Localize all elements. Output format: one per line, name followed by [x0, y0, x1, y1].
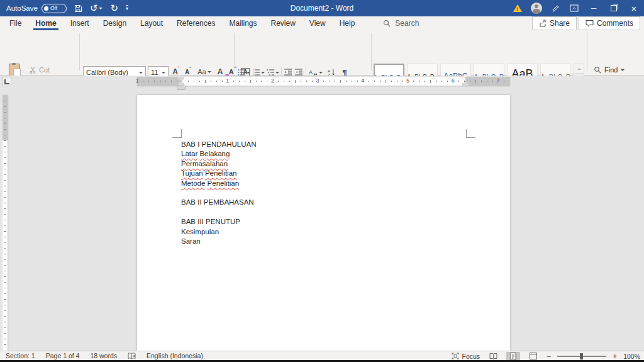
print-layout-button[interactable]	[506, 352, 520, 361]
tab-insert[interactable]: Insert	[64, 16, 96, 30]
search-label: Search	[395, 19, 419, 28]
zoom-out-button[interactable]: −	[547, 352, 551, 361]
comments-button[interactable]: Comments	[579, 16, 640, 30]
ruler-number: 7	[496, 77, 499, 84]
customize-quick-access-icon[interactable]: ▾	[126, 5, 128, 11]
document-line: BAB II PEMBAHASAN	[181, 198, 470, 207]
minimize-button[interactable]: ─	[584, 0, 604, 16]
ruler-number: 2	[271, 77, 274, 84]
svg-text:A: A	[309, 69, 313, 76]
autosave-toggle[interactable]: AutoSave Off	[6, 4, 67, 13]
tab-design[interactable]: Design	[96, 16, 133, 30]
web-layout-icon	[530, 353, 537, 359]
ribbon-tab-row: FileHomeInsertDesignLayoutReferencesMail…	[0, 16, 644, 30]
tab-mailings[interactable]: Mailings	[222, 16, 264, 30]
undo-icon: ↺	[90, 4, 98, 13]
tab-home[interactable]: Home	[28, 16, 63, 30]
read-mode-button[interactable]	[486, 352, 500, 361]
zoom-level[interactable]: 100%	[623, 353, 640, 360]
document-line: BAB I PENDAHULUAN	[181, 140, 470, 149]
document-page[interactable]: BAB I PENDAHULUANLatar BelakangPermasala…	[137, 95, 510, 351]
document-line: Metode Penelitian	[181, 179, 470, 188]
document-text[interactable]: BAB I PENDAHULUANLatar BelakangPermasala…	[181, 140, 470, 246]
autosave-state: Off	[50, 5, 57, 11]
zoom-in-button[interactable]: +	[613, 352, 617, 361]
comments-label: Comments	[597, 19, 633, 28]
misspelled-word: Metode	[181, 179, 205, 187]
tab-help[interactable]: Help	[333, 16, 362, 30]
account-avatar[interactable]	[527, 0, 546, 16]
ribbon-display-options-icon[interactable]	[565, 0, 584, 16]
close-button[interactable]: ×	[624, 0, 644, 16]
misspelled-word: Tujuan	[181, 169, 203, 177]
styles-scroll-up-button[interactable]	[574, 64, 584, 74]
undo-button[interactable]: ↺	[90, 4, 103, 13]
text-boundary-corner-left	[172, 129, 182, 138]
status-bar: Section: 1 Page 1 of 4 18 words English …	[0, 351, 644, 360]
text-boundary-corner-right	[466, 129, 475, 138]
document-line: Saran	[181, 237, 470, 246]
tab-review[interactable]: Review	[264, 16, 302, 30]
autosave-pill[interactable]: Off	[42, 4, 67, 13]
word-window: AutoSave Off ↺ ↻ ▾ Document2 - Word !	[0, 0, 644, 362]
ruler-number: 3	[316, 77, 319, 84]
tab-references[interactable]: References	[170, 16, 222, 30]
status-language[interactable]: English (Indonesia)	[147, 352, 203, 359]
autosave-label: AutoSave	[6, 4, 38, 12]
misspelled-word: Penelitian	[208, 179, 240, 187]
comments-icon	[586, 20, 594, 27]
ruler-number: 1	[136, 77, 139, 84]
autosave-knob	[44, 6, 48, 11]
share-icon	[539, 20, 547, 27]
document-line: Kesimpulan	[181, 227, 470, 237]
font-family-value: Calibri (Body)	[86, 69, 128, 76]
ruler-number: 6	[452, 77, 455, 84]
share-button[interactable]: Share	[532, 16, 577, 30]
save-icon[interactable]	[74, 0, 82, 16]
misspelled-word: Penelitian	[205, 169, 237, 177]
ruler-number: 1	[226, 77, 229, 84]
tab-stop-selector[interactable]	[2, 77, 11, 86]
status-page-count[interactable]: Page 1 of 4	[46, 352, 80, 359]
cut-label: Cut	[39, 66, 50, 74]
misspelled-word: Belakang	[199, 150, 230, 157]
tab-view[interactable]: View	[303, 16, 333, 30]
warning-icon[interactable]: !	[508, 0, 527, 16]
redo-button[interactable]: ↻	[110, 4, 118, 13]
web-layout-button[interactable]	[526, 352, 540, 361]
document-line: BAB III PENUTUP	[181, 217, 470, 227]
status-section[interactable]: Section: 1	[6, 352, 35, 359]
find-icon	[594, 66, 601, 74]
document-line	[181, 208, 470, 217]
document-line: Permasalahan	[181, 159, 470, 169]
vertical-ruler	[3, 95, 8, 351]
ruler-number: 5	[406, 77, 409, 84]
zoom-slider[interactable]	[557, 356, 606, 357]
focus-label: Focus	[462, 353, 480, 360]
ink-pen-icon[interactable]	[546, 0, 565, 16]
cut-button[interactable]: Cut	[29, 65, 50, 75]
ribbon-tab-list: FileHomeInsertDesignLayoutReferencesMail…	[0, 16, 362, 30]
ribbon: Paste Cut Copy Format Painter Clipboard …	[0, 30, 644, 76]
scissors-icon	[29, 66, 36, 74]
document-line: Tujuan Penelitian	[181, 169, 470, 178]
document-line	[181, 188, 470, 198]
focus-button[interactable]: Focus	[452, 353, 480, 360]
left-indent-marker[interactable]	[177, 86, 185, 89]
search-button[interactable]: Search	[383, 16, 419, 30]
find-button[interactable]: Find	[594, 65, 625, 75]
document-area: 11234567 BAB I PENDAHULUANLatar Belakang…	[0, 76, 644, 351]
status-word-count[interactable]: 18 words	[90, 352, 117, 359]
tab-file[interactable]: File	[3, 16, 28, 30]
tab-stop-icon	[4, 79, 9, 84]
horizontal-ruler: 11234567	[137, 77, 510, 86]
read-mode-icon	[489, 353, 497, 359]
undo-caret-icon	[99, 8, 103, 11]
document-line: Latar Belakang	[181, 149, 470, 159]
focus-icon	[452, 353, 459, 359]
restore-button[interactable]	[604, 0, 624, 16]
font-size-value: 11	[151, 69, 158, 76]
tab-layout[interactable]: Layout	[133, 16, 170, 30]
zoom-slider-thumb[interactable]	[580, 353, 583, 359]
proofing-errors-icon[interactable]	[128, 353, 136, 359]
